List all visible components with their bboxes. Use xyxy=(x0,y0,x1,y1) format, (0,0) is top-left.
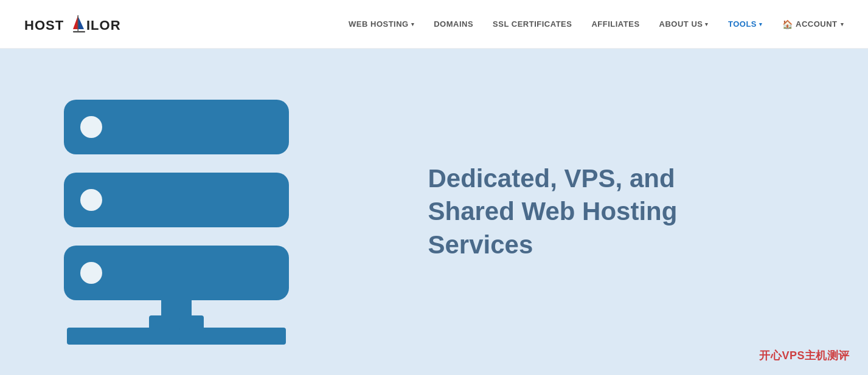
server-illustration xyxy=(49,88,304,349)
svg-point-9 xyxy=(80,189,102,211)
svg-point-7 xyxy=(80,116,102,138)
nav-item-account[interactable]: 🏠 ACCOUNT ▾ xyxy=(782,19,844,29)
nav-item-affiliates[interactable]: AFFILIATES xyxy=(591,19,639,29)
svg-rect-15 xyxy=(179,328,286,345)
svg-text:HOST: HOST xyxy=(24,18,64,33)
nav-label-affiliates: AFFILIATES xyxy=(591,19,639,29)
nav-label-tools: TOOLS xyxy=(728,19,757,29)
nav-caret-about: ▾ xyxy=(705,21,709,27)
svg-point-11 xyxy=(80,262,102,284)
watermark-text: 开心VPS主机测评 xyxy=(759,349,850,362)
svg-rect-4 xyxy=(73,31,85,33)
svg-text:ILOR: ILOR xyxy=(86,18,121,33)
svg-marker-2 xyxy=(78,16,84,29)
nav-label-web-hosting: WEB HOSTING xyxy=(349,19,409,29)
hero-illustration xyxy=(49,88,304,349)
nav-label-domains: DOMAINS xyxy=(434,19,473,29)
hero-content: Dedicated, VPS, and Shared Web Hosting S… xyxy=(304,162,819,262)
nav-caret-tools: ▾ xyxy=(759,21,763,27)
watermark: 开心VPS主机测评 xyxy=(759,348,850,363)
nav-item-domains[interactable]: DOMAINS xyxy=(434,19,473,29)
hero-section: Dedicated, VPS, and Shared Web Hosting S… xyxy=(0,49,868,375)
svg-rect-3 xyxy=(78,15,79,31)
nav-label-account: ACCOUNT xyxy=(796,19,838,29)
nav-item-web-hosting[interactable]: WEB HOSTING ▾ xyxy=(349,19,414,29)
nav-label-about: ABOUT US xyxy=(659,19,703,29)
svg-marker-1 xyxy=(73,16,78,29)
nav-label-ssl: SSL CERTIFICATES xyxy=(493,19,572,29)
logo-svg: HOST ILOR xyxy=(24,13,137,35)
logo[interactable]: HOST ILOR xyxy=(24,13,137,35)
nav-caret-account: ▾ xyxy=(841,21,844,27)
nav-caret-web-hosting: ▾ xyxy=(411,21,415,27)
nav-item-tools[interactable]: TOOLS ▾ xyxy=(728,19,763,29)
main-nav: WEB HOSTING ▾ DOMAINS SSL CERTIFICATES A… xyxy=(349,19,844,29)
header: HOST ILOR WEB HOSTING ▾ DOMAINS S xyxy=(0,0,868,49)
nav-item-ssl[interactable]: SSL CERTIFICATES xyxy=(493,19,572,29)
nav-item-about[interactable]: ABOUT US ▾ xyxy=(659,19,709,29)
house-icon: 🏠 xyxy=(782,19,793,29)
hero-title: Dedicated, VPS, and Shared Web Hosting S… xyxy=(428,162,732,262)
